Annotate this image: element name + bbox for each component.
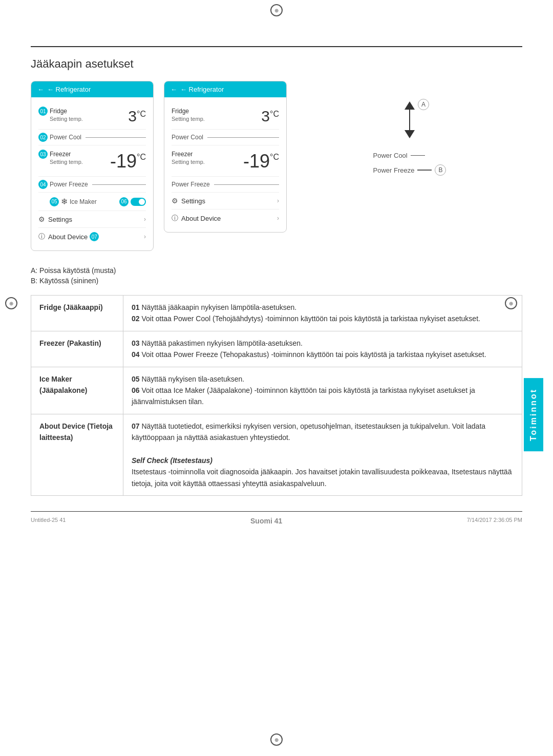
mockup2-powercool-row: Power Cool: [172, 130, 279, 145]
mockup1-fridge-label-group: Fridge Setting temp.: [50, 108, 83, 122]
mockup2-settings-row[interactable]: ⚙ Settings ›: [172, 193, 279, 209]
badge-04: 04: [38, 180, 48, 189]
num-04: 04: [132, 350, 140, 359]
mockup2-freezer-sublabel: Setting temp.: [172, 159, 205, 165]
num-03: 03: [132, 339, 140, 347]
table-content-icemaker: 05 Näyttää nykyisen tila-asetuksen. 06 V…: [123, 367, 522, 414]
mockup2-freezer-row: Freezer Setting temp. -19 °C: [172, 145, 279, 177]
arrow-down-icon: [405, 130, 415, 138]
diagram-powercool-label: Power Cool: [373, 152, 408, 159]
mockup1-freezer-unit: °C: [137, 153, 146, 162]
bottom-compass-icon: ⊕: [270, 733, 283, 746]
mockup2-freezer-temp: -19: [243, 151, 270, 172]
phone-mockup-1: ← ← Refrigerator 01 Fridge Setting temp.…: [31, 81, 154, 251]
footer: Untitled-25 41 Suomi 41 7/14/2017 2:36:0…: [31, 517, 522, 525]
badge-03: 03: [38, 150, 48, 159]
section-title: Jääkaapin asetukset: [31, 57, 522, 71]
num-02: 02: [132, 314, 140, 323]
table-content-freezer: 03 Näyttää pakastimen nykyisen lämpötila…: [123, 331, 522, 367]
mockup1-freezer-temp: -19: [110, 151, 137, 172]
mockup2-freezer-label-group: Freezer Setting temp.: [172, 151, 205, 165]
mockup1-icemaker-row: 05 ❄ Ice Maker 06: [38, 193, 146, 211]
mockup2-fridge-temp-group: 3 °C: [261, 108, 279, 125]
mockup2-fridge-sublabel: Setting temp.: [172, 116, 205, 122]
mockup1-powercool-label: Power Cool: [50, 134, 81, 141]
mockup1-fridge-label: Fridge: [50, 108, 83, 115]
mockup2-powerfreeze-dash: [214, 184, 279, 185]
desc-07: Näyttää tuotetiedot, esimerkiksi nykyise…: [132, 422, 485, 442]
table-row-about: About Device (Tietoja laitteesta) 07 Näy…: [31, 414, 522, 495]
mockup2-about-label: About Device: [181, 215, 221, 222]
label-b: B: [435, 164, 446, 176]
mockup1-powerfreeze-label: Power Freeze: [50, 181, 88, 188]
mockup1-header-label: ← Refrigerator: [47, 86, 91, 93]
mockup2-powerfreeze-row: Power Freeze: [172, 177, 279, 193]
mockup2-powerfreeze-label: Power Freeze: [172, 181, 210, 188]
mockup2-settings-label: Settings: [181, 197, 205, 205]
left-compass-icon: ⊕: [5, 297, 17, 309]
diagram-powercool-row: Power Cool: [373, 152, 425, 159]
mockup1-settings-chevron: ›: [144, 216, 146, 223]
badge-06: 06: [119, 197, 129, 206]
mockup1-fridge-row: 01 Fridge Setting temp. 3 °C: [38, 102, 146, 130]
snowflake-icon: ❄: [61, 197, 68, 206]
num-01: 01: [132, 303, 140, 311]
mockup2-settings-chevron: ›: [277, 197, 279, 204]
num-05: 05: [132, 375, 140, 383]
mockup2-about-row[interactable]: ⓘ About Device ›: [172, 209, 279, 227]
mockup2-fridge-label: Fridge: [172, 108, 205, 115]
mockup2-freezer-temp-group: -19 °C: [243, 151, 279, 172]
mockup2-fridge-temp: 3: [261, 108, 270, 125]
info-table: Fridge (Jääkaappi) 01 Näyttää jääkaapin …: [31, 295, 522, 496]
badge-05: 05: [50, 197, 59, 206]
mockup1-freezer-label: Freezer: [50, 151, 83, 158]
table-row-icemaker: Ice Maker (Jääpalakone) 05 Näyttää nykyi…: [31, 367, 522, 414]
table-header-icemaker: Ice Maker (Jääpalakone): [31, 367, 123, 414]
back-arrow-icon-2: ←: [171, 86, 177, 93]
right-compass-icon: ⊕: [505, 297, 517, 309]
desc-02: Voit ottaa Power Cool (Tehojäähdytys) -t…: [140, 314, 480, 323]
mockup1-icemaker-left: 05 ❄ Ice Maker: [50, 197, 97, 206]
mockup1-freezer-temp-group: -19 °C: [110, 151, 146, 172]
top-compass-icon: ⊕: [270, 4, 283, 16]
diagram-section: A Power Cool Power Freeze B: [297, 81, 522, 176]
table-content-about: 07 Näyttää tuotetiedot, esimerkiksi nyky…: [123, 414, 522, 495]
mockup1-powercool-dash: [86, 137, 146, 138]
mockup2-header-label: ← Refrigerator: [180, 86, 224, 93]
side-tab-label: Toiminnot: [529, 388, 538, 441]
settings-icon-1: ⚙: [38, 215, 45, 223]
table-header-about: About Device (Tietoja laitteesta): [31, 414, 123, 495]
table-content-fridge: 01 Näyttää jääkaapin nykyisen lämpötila-…: [123, 296, 522, 331]
footer-file: Untitled-25 41: [31, 517, 66, 525]
desc-03: Näyttää pakastimen nykyisen lämpötila-as…: [140, 339, 303, 347]
mockup2-settings-left: ⚙ Settings: [172, 197, 205, 205]
mockup1-icemaker-toggle[interactable]: [131, 198, 146, 206]
mockup2-header: ← ← Refrigerator: [164, 81, 286, 97]
mockup1-settings-left: ⚙ Settings: [38, 215, 72, 223]
mockup2-about-chevron: ›: [277, 215, 279, 222]
legend-b: B: Käytössä (sininen): [31, 277, 522, 285]
mockup1-about-row[interactable]: ⓘ About Device 07 ›: [38, 228, 146, 245]
mockup1-settings-label: Settings: [48, 216, 72, 223]
badge-01: 01: [38, 107, 48, 116]
mockup1-body: 01 Fridge Setting temp. 3 °C 02 Power Co…: [31, 97, 153, 250]
desc-01: Näyttää jääkaapin nykyisen lämpötila-ase…: [140, 303, 297, 311]
desc-05: Näyttää nykyisen tila-asetuksen.: [140, 375, 245, 383]
mockup1-powercool-row: 02 Power Cool: [38, 130, 146, 145]
mockup1-settings-row[interactable]: ⚙ Settings ›: [38, 211, 146, 228]
mockup2-freezer-label: Freezer: [172, 151, 205, 158]
mockup2-powercool-dash: [207, 137, 279, 138]
info-icon-1: ⓘ: [38, 232, 45, 241]
footer-date: 7/14/2017 2:36:05 PM: [467, 517, 522, 525]
mockup1-powerfreeze-dash: [92, 184, 146, 185]
table-row-fridge: Fridge (Jääkaappi) 01 Näyttää jääkaapin …: [31, 296, 522, 331]
diagram-labels: Power Cool Power Freeze B: [373, 152, 446, 176]
arrow-up-icon: [405, 101, 415, 110]
table-header-freezer: Freezer (Pakastin): [31, 331, 123, 367]
num-06: 06: [132, 386, 140, 394]
mockup1-freezer-row: 03 Freezer Setting temp. -19 °C: [38, 145, 146, 177]
mockup1-fridge-temp-group: 3 °C: [128, 108, 146, 125]
mockup2-fridge-row: Fridge Setting temp. 3 °C: [172, 102, 279, 130]
back-arrow-icon-1: ←: [37, 86, 44, 93]
diagram-powercool-dash: [411, 155, 425, 156]
